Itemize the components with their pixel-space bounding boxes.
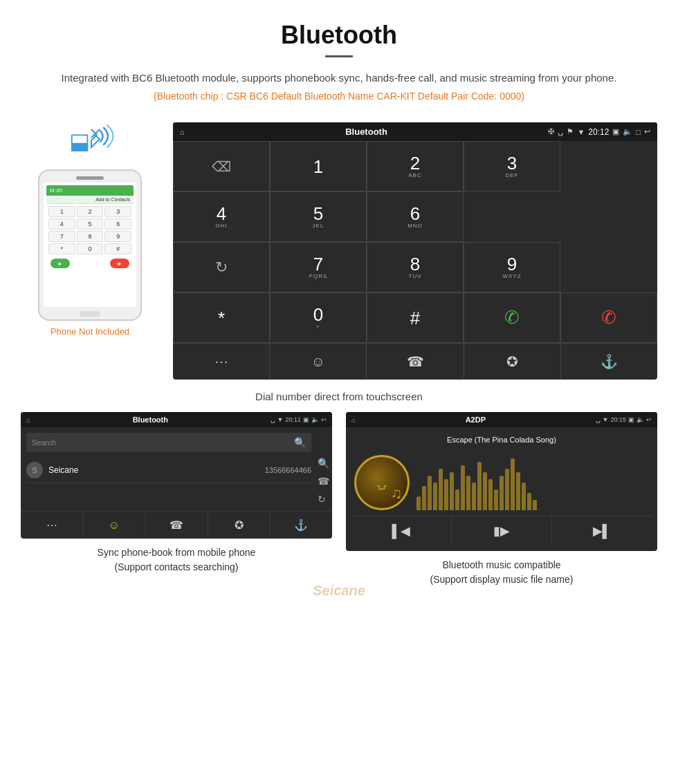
contact-row[interactable]: S Seicane 13566664466 bbox=[26, 458, 311, 483]
phone-key-9[interactable]: 9 bbox=[104, 231, 131, 242]
phone-key-3[interactable]: 3 bbox=[104, 206, 131, 217]
music-album-area: ⍽ ♫ bbox=[351, 449, 652, 516]
screen-icon: □ bbox=[636, 128, 641, 136]
search-icon[interactable]: 🔍 bbox=[294, 437, 306, 448]
music-song-title: Escape (The Pina Colada Song) bbox=[447, 433, 556, 449]
phone-key-2[interactable]: 2 bbox=[77, 206, 104, 217]
dial-key-4[interactable]: 4 GHI bbox=[173, 192, 270, 242]
dial-call-button[interactable]: ✆ bbox=[464, 292, 560, 343]
dial-key-1[interactable]: 1 bbox=[270, 141, 367, 192]
camera-icon: ▣ bbox=[612, 127, 619, 136]
toolbar-phone-button[interactable]: ☎ bbox=[367, 344, 464, 380]
pb-bt-icon: ⍽ bbox=[271, 416, 275, 423]
page-header: Bluetooth Integrated with BC6 Bluetooth … bbox=[0, 0, 678, 109]
toolbar-link-button[interactable]: ⚓ bbox=[561, 344, 657, 380]
phone-hangup-button[interactable]: ► bbox=[110, 259, 129, 268]
pb-toolbar-dialpad[interactable]: ⋯ bbox=[21, 512, 83, 539]
pb-side-phone-icon[interactable]: ☎ bbox=[318, 476, 329, 487]
phone-mockup: M:20 Add to Contacts 1 2 3 4 5 6 7 8 9 *… bbox=[38, 169, 142, 321]
car-screen-title: Bluetooth bbox=[185, 127, 549, 137]
back-icon[interactable]: ↩ bbox=[644, 127, 650, 136]
music-prev-button[interactable]: ▌◀ bbox=[351, 516, 452, 545]
dial-key-5[interactable]: 5 JKL bbox=[270, 192, 367, 242]
pb-side-refresh-icon[interactable]: ↻ bbox=[318, 494, 329, 505]
contact-number: 13566664466 bbox=[265, 466, 311, 474]
dial-key-0[interactable]: 0 + bbox=[270, 292, 367, 343]
eq-bar bbox=[433, 483, 437, 510]
pb-toolbar-bt[interactable]: ✪ bbox=[208, 512, 271, 539]
music-home-icon[interactable]: ⌂ bbox=[351, 416, 356, 424]
phone-home-button[interactable] bbox=[80, 311, 100, 317]
phonebook-header: ⌂ Bluetooth ⍽ ▼ 20:11 ▣ 🔈 ↩ bbox=[21, 412, 332, 427]
pb-toolbar-link[interactable]: ⚓ bbox=[271, 512, 332, 539]
music-next-button[interactable]: ▶▌ bbox=[552, 516, 652, 545]
contact-name: Seicane bbox=[48, 465, 78, 475]
phone-key-star[interactable]: * bbox=[48, 243, 75, 254]
pb-wifi-icon: ▼ bbox=[277, 416, 284, 423]
phone-key-8[interactable]: 8 bbox=[77, 231, 104, 242]
dial-key-star[interactable]: * bbox=[173, 292, 270, 343]
music-bt-icon: ⍽ bbox=[596, 416, 601, 423]
pb-side-search-icon[interactable]: 🔍 bbox=[318, 458, 329, 469]
dial-key-9[interactable]: 9 WXYZ bbox=[464, 242, 560, 292]
title-divider bbox=[325, 55, 353, 57]
dial-key-2[interactable]: 2 ABC bbox=[367, 141, 464, 192]
pb-back-icon[interactable]: ↩ bbox=[321, 416, 327, 423]
contact-avatar: S bbox=[26, 462, 43, 478]
dial-hangup-button[interactable]: ✆ bbox=[560, 292, 657, 343]
toolbar-contacts-button[interactable]: ☺ bbox=[270, 344, 367, 380]
home-icon[interactable]: ⌂ bbox=[180, 128, 185, 136]
signal-icon: ▼ bbox=[577, 128, 585, 136]
pb-time: 20:11 bbox=[285, 416, 301, 423]
music-time: 20:15 bbox=[610, 416, 626, 423]
phonebook-item: ⌂ Bluetooth ⍽ ▼ 20:11 ▣ 🔈 ↩ Search 🔍 bbox=[21, 412, 332, 587]
main-content: ⬓ M:20 Add to Contacts 1 2 bbox=[0, 109, 678, 386]
pb-toolbar: ⋯ ☺ ☎ ✪ ⚓ bbox=[21, 511, 332, 539]
phonebook-search-bar[interactable]: Search 🔍 bbox=[26, 433, 311, 452]
bluetooth-icon: ⍽ bbox=[558, 127, 563, 136]
music-screen-title: A2DP bbox=[466, 416, 486, 424]
dial-key-6[interactable]: 6 MNO bbox=[367, 192, 464, 242]
music-camera-icon: ▣ bbox=[628, 416, 634, 423]
toolbar-bluetooth-btn[interactable]: ✪ bbox=[464, 344, 561, 380]
music-caption: Bluetooth music compatible (Support disp… bbox=[430, 558, 574, 587]
dial-key-hash[interactable]: # bbox=[367, 292, 464, 343]
eq-bar bbox=[422, 486, 426, 510]
usb-icon: ✠ bbox=[548, 127, 554, 136]
eq-bar bbox=[450, 472, 454, 510]
dial-backspace-button[interactable]: ⌫ bbox=[173, 141, 270, 192]
phone-call-button[interactable]: ► bbox=[51, 259, 70, 268]
car-screen-toolbar: ⋯ ☺ ☎ ✪ ⚓ bbox=[173, 343, 657, 380]
dialpad-area: 1 2 ABC 3 DEF ⌫ 4 GHI 5 bbox=[173, 141, 657, 343]
music-album-art: ⍽ ♫ bbox=[354, 455, 410, 510]
music-play-pause-button[interactable]: ▮▶ bbox=[452, 516, 552, 545]
phone-key-5[interactable]: 5 bbox=[77, 218, 104, 230]
phone-key-1[interactable]: 1 bbox=[48, 206, 75, 217]
pb-toolbar-contacts[interactable]: ☺ bbox=[83, 512, 145, 539]
eq-bar bbox=[516, 472, 520, 510]
dial-caption: Dial number direct from touchscreen bbox=[0, 386, 678, 412]
dial-key-3[interactable]: 3 DEF bbox=[464, 141, 560, 192]
phone-dialpad: 1 2 3 4 5 6 7 8 9 * 0 # bbox=[46, 204, 134, 256]
phone-key-0[interactable]: 0 bbox=[77, 243, 104, 254]
pb-toolbar-phone[interactable]: ☎ bbox=[145, 512, 208, 539]
dial-refresh-button[interactable]: ↻ bbox=[173, 242, 270, 292]
eq-bar bbox=[477, 462, 482, 510]
music-back-icon[interactable]: ↩ bbox=[646, 416, 652, 423]
music-vol-icon: 🔈 bbox=[636, 416, 644, 423]
dial-key-8[interactable]: 8 TUV bbox=[367, 242, 464, 292]
phone-key-hash[interactable]: # bbox=[104, 243, 131, 254]
phonebook-body: Search 🔍 S Seicane 13566664466 🔍 ☎ ↻ bbox=[21, 427, 332, 483]
pb-home-icon[interactable]: ⌂ bbox=[26, 416, 30, 424]
toolbar-dialpad-button[interactable]: ⋯ bbox=[173, 344, 270, 380]
phonebook-caption: Sync phone-book from mobile phone (Suppo… bbox=[98, 545, 256, 575]
dial-key-7[interactable]: 7 PQRS bbox=[270, 242, 367, 292]
eq-bar bbox=[522, 483, 526, 510]
phone-key-7[interactable]: 7 bbox=[48, 231, 75, 242]
eq-bar bbox=[461, 465, 465, 510]
link-icon: ⚓ bbox=[601, 353, 618, 370]
signal-waves-icon bbox=[76, 122, 118, 160]
phone-key-6[interactable]: 6 bbox=[104, 218, 131, 230]
phone-key-4[interactable]: 4 bbox=[48, 218, 75, 230]
pb-header-icons: ⍽ ▼ 20:11 ▣ 🔈 ↩ bbox=[271, 416, 327, 423]
